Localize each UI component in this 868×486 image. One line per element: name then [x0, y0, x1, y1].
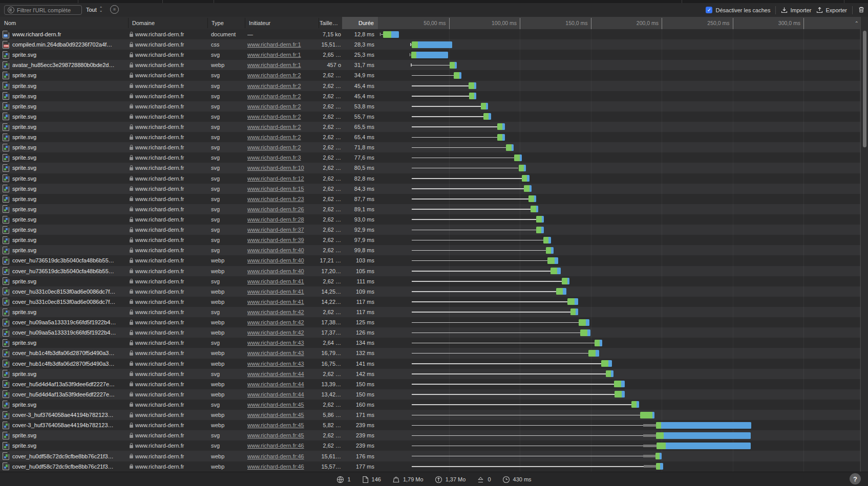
- table-row[interactable]: sprite.svgwww.richard-dern.frsvgwww.rich…: [0, 338, 868, 348]
- waterfall-waiting-line: [412, 178, 521, 179]
- table-row[interactable]: cover_hu331c0ec8153f0ad6e0086dc7f…www.ri…: [0, 286, 868, 297]
- table-row[interactable]: sprite.svgwww.richard-dern.frsvgwww.rich…: [0, 112, 868, 122]
- waterfall-response-segment: [486, 103, 488, 109]
- help-button[interactable]: ?: [850, 473, 861, 484]
- table-row[interactable]: sprite.svgwww.richard-dern.frsvgwww.rich…: [0, 91, 868, 101]
- table-row[interactable]: cover_hu736519dc3b5040cfa48b6b55…www.ric…: [0, 266, 868, 276]
- table-row[interactable]: cover_hu09aa5a133319c66fd5f1922b4…www.ri…: [0, 327, 868, 338]
- table-row[interactable]: cover_hu736519dc3b5040cfa48b6b55…www.ric…: [0, 255, 868, 266]
- waterfall-cell: [378, 91, 860, 101]
- weight-icon: [392, 476, 400, 483]
- lock-icon: [130, 188, 133, 191]
- status-value: 430 ms: [513, 476, 532, 482]
- table-row[interactable]: cover-3_huf3764058ae44194b782123…www.ric…: [0, 420, 868, 430]
- table-row[interactable]: sprite.svgwww.richard-dern.frsvgwww.rich…: [0, 142, 868, 152]
- column-header-nom[interactable]: Nom: [0, 17, 128, 29]
- table-row[interactable]: sprite.svgwww.richard-dern.frsvgwww.rich…: [0, 430, 868, 440]
- other-filters-menu-button[interactable]: ≡: [110, 5, 119, 14]
- table-row[interactable]: sprite.svgwww.richard-dern.frsvgwww.rich…: [0, 400, 868, 410]
- table-row[interactable]: cover_hub1c4fb3dfa06d2870f5d490a3…www.ri…: [0, 348, 868, 358]
- table-row[interactable]: cover_hu5d4d4af13a53f9dee6df2227e…www.ri…: [0, 379, 868, 389]
- column-header-taille[interactable]: Taille…: [319, 17, 342, 29]
- resource-duration-cell: 92,9 ms: [317, 225, 374, 235]
- table-row[interactable]: avatar_hu85ecc3e298728880b0bde2d…www.ric…: [0, 60, 868, 70]
- resource-domain-cell: www.richard-dern.fr: [130, 420, 206, 430]
- column-header-domaine[interactable]: Domaine: [128, 17, 207, 29]
- resource-type-cell: webp: [211, 379, 244, 389]
- table-row[interactable]: sprite.svgwww.richard-dern.frsvgwww.rich…: [0, 70, 868, 80]
- waterfall-request-segment: [570, 308, 576, 315]
- filter-url-input[interactable]: Filtrer l'URL complète: [4, 5, 82, 15]
- disable-caches-toggle[interactable]: ✓ Désactiver les caches: [706, 7, 770, 13]
- import-button[interactable]: Importer: [781, 7, 811, 13]
- table-row[interactable]: sprite.svgwww.richard-dern.frsvgwww.rich…: [0, 152, 868, 163]
- web-inspector-network-panel: Filtrer l'URL complète Tout ⌃⌄ ≡ ✓ Désac…: [0, 0, 868, 486]
- table-row[interactable]: cover_hu09aa5a133319c66fd5f1922b4…www.ri…: [0, 317, 868, 327]
- waterfall-waiting-line: [412, 415, 640, 416]
- table-row[interactable]: sprite.svgwww.richard-dern.frsvgwww.rich…: [0, 204, 868, 214]
- lock-icon: [130, 312, 133, 315]
- table-row[interactable]: sprite.svgwww.richard-dern.frsvgwww.rich…: [0, 50, 868, 60]
- collapse-waterfall-chevron-icon[interactable]: ⌃: [855, 17, 859, 29]
- table-row[interactable]: cover_hu0df58c72dc9cfbe8bb76c21f3…www.ri…: [0, 461, 868, 472]
- table-row[interactable]: sprite.svgwww.richard-dern.frsvgwww.rich…: [0, 194, 868, 204]
- waterfall-response-segment: [548, 237, 551, 244]
- resource-type-dropdown[interactable]: Tout ⌃⌄: [86, 5, 103, 14]
- status-bar: 11461,79 Mo1,37 Mo0430 ms: [0, 472, 868, 486]
- resource-name-cell: cover_hu736519dc3b5040cfa48b6b55…: [3, 255, 127, 266]
- status-item-cloud-up: 0: [477, 476, 491, 483]
- table-row[interactable]: sprite.svgwww.richard-dern.frsvgwww.rich…: [0, 122, 868, 132]
- table-row[interactable]: sprite.svgwww.richard-dern.frsvgwww.rich…: [0, 173, 868, 184]
- table-row[interactable]: sprite.svgwww.richard-dern.frsvgwww.rich…: [0, 276, 868, 286]
- table-row[interactable]: sprite.svgwww.richard-dern.frsvgwww.rich…: [0, 225, 868, 235]
- table-row[interactable]: sprite.svgwww.richard-dern.frsvgwww.rich…: [0, 245, 868, 255]
- table-row[interactable]: cover-3_huf3764058ae44194b782123…www.ric…: [0, 410, 868, 420]
- resource-name-cell: cover-3_huf3764058ae44194b782123…: [3, 410, 127, 420]
- export-button[interactable]: Exporter: [816, 7, 847, 13]
- table-row[interactable]: cover_hu331c0ec8153f0ad6e0086dc7f…www.ri…: [0, 297, 868, 307]
- status-item-weight: 1,79 Mo: [392, 476, 424, 483]
- image-file-icon: [3, 360, 9, 367]
- ruler-tick-label: 50,00 ms: [424, 17, 446, 29]
- table-row[interactable]: <>www.richard-dern.frwww.richard-dern.fr…: [0, 29, 868, 39]
- table-row[interactable]: sprite.svgwww.richard-dern.frsvgwww.rich…: [0, 163, 868, 173]
- table-row[interactable]: cover_hub1c4fb3dfa06d2870f5d490a3…www.ri…: [0, 359, 868, 369]
- column-header-initiateur[interactable]: Initiateur: [245, 17, 319, 29]
- resource-duration-cell: 97,9 ms: [317, 235, 374, 245]
- resource-name-cell: cover_hu0df58c72dc9cfbe8bb76c21f3…: [3, 451, 127, 461]
- clear-network-items-button[interactable]: [858, 6, 865, 14]
- waterfall-waiting-line: [412, 281, 562, 282]
- resource-name-cell: sprite.svg: [3, 91, 127, 101]
- ruler-tick-label: 250,0 ms: [707, 17, 729, 29]
- scrollbar-thumb[interactable]: [863, 31, 866, 147]
- image-file-icon: [3, 154, 9, 162]
- table-row[interactable]: csscompiled.min.264dba0d92236f702a4f…www…: [0, 39, 868, 50]
- lock-icon: [130, 85, 133, 88]
- waterfall-waiting-line: [412, 250, 545, 251]
- waterfall-waiting-line: [412, 147, 506, 148]
- table-row[interactable]: cover_hu5d4d4af13a53f9dee6df2227e…www.ri…: [0, 389, 868, 400]
- resource-name-cell: sprite.svg: [3, 101, 127, 112]
- column-header-duree-sorted[interactable]: Durée: [342, 17, 378, 29]
- vertical-scrollbar[interactable]: [860, 17, 868, 472]
- column-header-type[interactable]: Type: [207, 17, 245, 29]
- table-row[interactable]: sprite.svgwww.richard-dern.frsvgwww.rich…: [0, 184, 868, 194]
- waterfall-response-segment: [474, 82, 476, 89]
- table-row[interactable]: sprite.svgwww.richard-dern.frsvgwww.rich…: [0, 369, 868, 379]
- table-row[interactable]: sprite.svgwww.richard-dern.frsvgwww.rich…: [0, 214, 868, 225]
- table-row[interactable]: sprite.svgwww.richard-dern.frsvgwww.rich…: [0, 132, 868, 142]
- resource-name-cell: sprite.svg: [3, 132, 127, 142]
- image-file-icon: [3, 102, 9, 110]
- resource-name-cell: sprite.svg: [3, 276, 127, 286]
- table-row[interactable]: sprite.svgwww.richard-dern.frsvgwww.rich…: [0, 307, 868, 317]
- table-row[interactable]: sprite.svgwww.richard-dern.frsvgwww.rich…: [0, 440, 868, 451]
- resource-name-cell: cover_hu09aa5a133319c66fd5f1922b4…: [3, 327, 127, 338]
- table-row[interactable]: sprite.svgwww.richard-dern.frsvgwww.rich…: [0, 235, 868, 245]
- table-row[interactable]: sprite.svgwww.richard-dern.frsvgwww.rich…: [0, 101, 868, 112]
- table-row[interactable]: cover_hu0df58c72dc9cfbe8bb76c21f3…www.ri…: [0, 451, 868, 461]
- resource-domain-cell: www.richard-dern.fr: [130, 235, 206, 245]
- table-row[interactable]: sprite.svgwww.richard-dern.frsvgwww.rich…: [0, 81, 868, 91]
- waterfall-waiting-line: [412, 96, 469, 97]
- network-toolbar: Filtrer l'URL complète Tout ⌃⌄ ≡ ✓ Désac…: [0, 3, 868, 17]
- waterfall-waiting-line: [412, 219, 536, 220]
